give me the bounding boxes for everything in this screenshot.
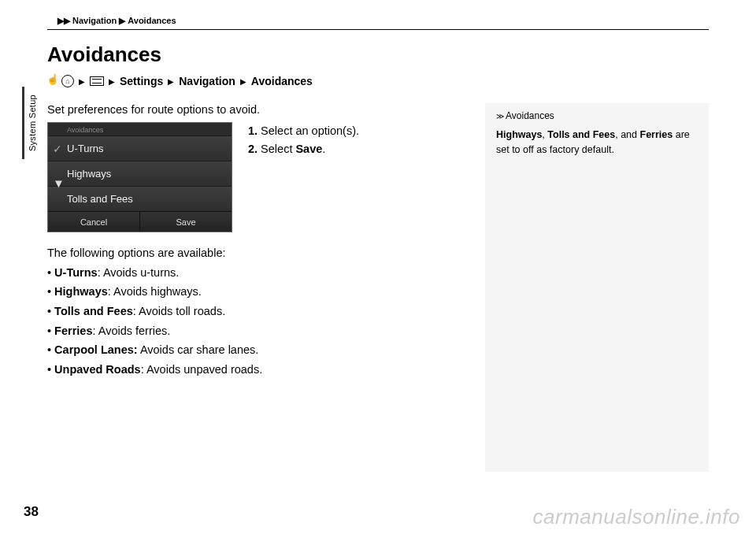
option-highways[interactable]: Highways	[48, 161, 232, 186]
sidebar-head: ≫Avoidances	[496, 109, 698, 123]
home-icon: ⌂	[61, 75, 74, 87]
screenshot-title: Avoidances	[48, 126, 232, 135]
nav-path: ⌂ ▶ ▶ Settings ▶ Navigation ▶ Avoidances	[47, 75, 709, 87]
nav-navigation: Navigation	[179, 75, 235, 87]
list-item: Tolls and Fees: Avoids toll roads.	[47, 302, 457, 321]
list-item: Carpool Lanes: Avoids car share lanes.	[47, 340, 457, 360]
page-number: 38	[24, 504, 39, 520]
save-button[interactable]: Save	[140, 212, 232, 232]
breadcrumb-nav: Navigation	[72, 16, 117, 25]
step-num: 1.	[248, 124, 258, 137]
divider	[47, 29, 709, 30]
step-text: Select an option(s).	[258, 124, 359, 137]
chevron-icon: ▶	[240, 77, 246, 86]
option-uturns[interactable]: U-Turns	[48, 135, 232, 161]
option-tolls[interactable]: Tolls and Fees	[48, 186, 232, 211]
breadcrumb-current: Avoidances	[128, 16, 176, 25]
breadcrumb: ▶▶Navigation▶Avoidances	[47, 16, 709, 26]
sidebar-body: Highways, Tolls and Fees, and Ferries ar…	[496, 128, 698, 156]
step-num: 2.	[248, 143, 258, 155]
step-text: .	[322, 143, 325, 155]
chevron-icon: ▶▶	[57, 16, 70, 25]
list-item: Ferries: Avoids ferries.	[47, 321, 457, 341]
hand-icon	[47, 75, 57, 87]
nav-settings: Settings	[120, 75, 163, 87]
cancel-button[interactable]: Cancel	[48, 212, 140, 232]
nav-avoidances: Avoidances	[251, 75, 313, 87]
list-item: Highways: Avoids highways.	[47, 282, 457, 302]
intro-text: Set preferences for route options to avo…	[47, 103, 457, 116]
page-title: Avoidances	[47, 43, 709, 67]
chevron-icon: ▶	[79, 77, 85, 86]
section-tab: System Setup	[22, 87, 40, 159]
list-item: U-Turns: Avoids u-turns.	[47, 263, 457, 283]
list-item: Unpaved Roads: Avoids unpaved roads.	[47, 360, 457, 380]
options-head: The following options are available:	[47, 243, 457, 263]
steps-list: 1. Select an option(s). 2. Select Save.	[248, 122, 359, 232]
step-text: Select	[258, 143, 295, 155]
chevron-icon: ▶	[109, 77, 115, 86]
device-screenshot: Avoidances U-Turns Highways Tolls and Fe…	[47, 122, 232, 232]
chevron-icon: ▶	[119, 16, 125, 25]
chevron-icon: ≫	[496, 112, 504, 121]
menu-icon	[90, 76, 104, 86]
step-bold: Save	[295, 143, 322, 155]
sidebar-note: ≫Avoidances Highways, Tolls and Fees, an…	[485, 103, 709, 472]
watermark: carmanualsonline.info	[533, 505, 740, 529]
scroll-down-icon[interactable]: ▼	[53, 176, 65, 190]
chevron-icon: ▶	[168, 77, 174, 86]
options-explain: The following options are available: U-T…	[47, 243, 457, 379]
